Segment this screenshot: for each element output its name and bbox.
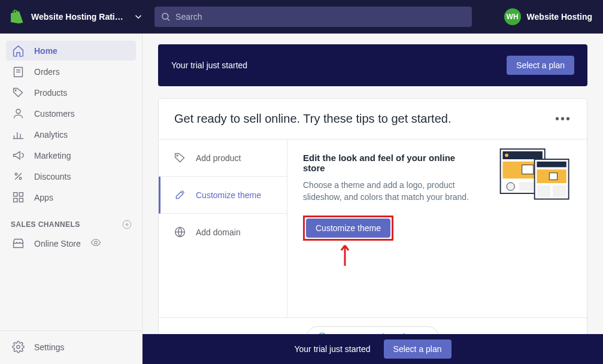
svg-rect-15 [19, 193, 23, 196]
sidebar: Home Orders Products Customers Analytics… [0, 34, 143, 364]
sidebar-item-home[interactable]: Home [6, 41, 136, 60]
select-plan-button[interactable]: Select a plan [507, 56, 574, 75]
theme-illustration-icon [499, 148, 574, 205]
svg-rect-30 [522, 165, 534, 174]
sidebar-item-label: Marketing [34, 151, 71, 160]
svg-rect-27 [502, 151, 543, 159]
svg-point-28 [505, 154, 508, 157]
svg-rect-36 [549, 173, 557, 180]
svg-point-0 [162, 13, 168, 19]
sidebar-item-analytics[interactable]: Analytics [6, 125, 136, 144]
card-title: Get ready to sell online. Try these tips… [174, 112, 451, 126]
bottom-select-plan-button[interactable]: Select a plan [384, 339, 452, 359]
step-detail-title: Edit the look and feel of your online st… [303, 153, 471, 173]
analytics-icon [12, 128, 25, 141]
step-label: Customize theme [196, 190, 261, 200]
more-icon[interactable]: ••• [555, 112, 571, 126]
search-field[interactable] [175, 12, 466, 22]
search-input[interactable] [154, 7, 472, 27]
step-detail: Edit the look and feel of your online st… [287, 139, 587, 317]
svg-rect-34 [537, 162, 566, 168]
plus-circle-icon[interactable] [122, 219, 132, 230]
sidebar-item-customers[interactable]: Customers [6, 104, 136, 123]
store-icon [12, 237, 25, 250]
sidebar-item-online-store[interactable]: Online Store [6, 233, 136, 253]
svg-point-21 [95, 241, 98, 244]
svg-point-6 [16, 110, 20, 114]
marketing-icon [12, 149, 25, 162]
products-icon [12, 86, 25, 99]
sidebar-item-marketing[interactable]: Marketing [6, 145, 136, 165]
svg-point-12 [19, 177, 22, 180]
onboarding-steps: Add product Customize theme Add domain [159, 139, 287, 317]
sidebar-item-settings[interactable]: Settings [6, 337, 136, 357]
customers-icon [12, 107, 25, 120]
step-label: Add product [196, 153, 241, 163]
trial-message: Your trial just started [171, 60, 247, 70]
shopify-logo-icon [11, 10, 24, 24]
sidebar-item-label: Customers [34, 109, 75, 119]
step-add-product[interactable]: Add product [159, 139, 287, 177]
globe-icon [174, 226, 186, 238]
svg-rect-17 [19, 198, 23, 202]
customize-theme-button[interactable]: Customize theme [306, 219, 390, 238]
annotation-arrow [303, 241, 571, 269]
store-name: Website Hosting Rating... [31, 12, 126, 22]
step-add-domain[interactable]: Add domain [159, 214, 287, 250]
discounts-icon [12, 170, 25, 183]
svg-line-1 [168, 19, 169, 20]
tag-icon [174, 151, 186, 164]
bottom-trial-bar: Your trial just started Select a plan [143, 334, 603, 364]
step-detail-desc: Choose a theme and add a logo, product s… [303, 179, 477, 204]
store-switcher[interactable]: Website Hosting Rating... [11, 10, 144, 24]
main-content: Your trial just started Select a plan Ge… [143, 34, 603, 364]
gear-icon [12, 341, 25, 353]
search-icon [160, 11, 171, 22]
view-store-icon[interactable] [90, 237, 101, 250]
onboarding-card: Get ready to sell online. Try these tips… [158, 98, 587, 357]
trial-banner: Your trial just started Select a plan [158, 44, 587, 86]
sidebar-item-label: Home [34, 46, 57, 56]
apps-icon [12, 191, 25, 204]
svg-rect-16 [14, 198, 17, 202]
sidebar-item-label: Online Store [34, 239, 81, 248]
svg-point-11 [15, 173, 17, 175]
sidebar-item-label: Analytics [34, 130, 68, 139]
home-icon [12, 44, 25, 57]
orders-icon [12, 65, 25, 78]
step-label: Add domain [196, 228, 241, 237]
account-menu[interactable]: WH Website Hosting [504, 8, 592, 25]
sidebar-item-label: Settings [34, 342, 65, 352]
sidebar-item-label: Orders [34, 67, 60, 77]
sidebar-item-label: Apps [34, 193, 53, 202]
sidebar-item-label: Discounts [34, 172, 71, 181]
bottom-trial-message: Your trial just started [294, 344, 370, 354]
sidebar-item-products[interactable]: Products [6, 83, 136, 102]
sidebar-item-orders[interactable]: Orders [6, 62, 136, 81]
svg-rect-37 [537, 186, 550, 197]
svg-rect-14 [14, 193, 17, 196]
sidebar-item-label: Products [34, 88, 67, 98]
chevron-down-icon [133, 11, 144, 22]
sidebar-item-discounts[interactable]: Discounts [6, 166, 136, 186]
svg-point-22 [17, 345, 20, 348]
svg-line-13 [15, 173, 22, 180]
user-name: Website Hosting [527, 12, 592, 22]
sales-channels-header: SALES CHANNELS [0, 208, 142, 233]
annotation-highlight: Customize theme [303, 216, 393, 241]
svg-rect-38 [553, 186, 566, 197]
step-customize-theme[interactable]: Customize theme [159, 177, 287, 214]
avatar: WH [504, 8, 521, 25]
sidebar-item-apps[interactable]: Apps [6, 187, 136, 207]
svg-point-31 [507, 183, 514, 190]
header: Website Hosting Rating... WH Website Hos… [0, 0, 603, 34]
brush-icon [174, 189, 186, 201]
svg-point-23 [177, 155, 178, 156]
svg-point-5 [15, 90, 16, 91]
